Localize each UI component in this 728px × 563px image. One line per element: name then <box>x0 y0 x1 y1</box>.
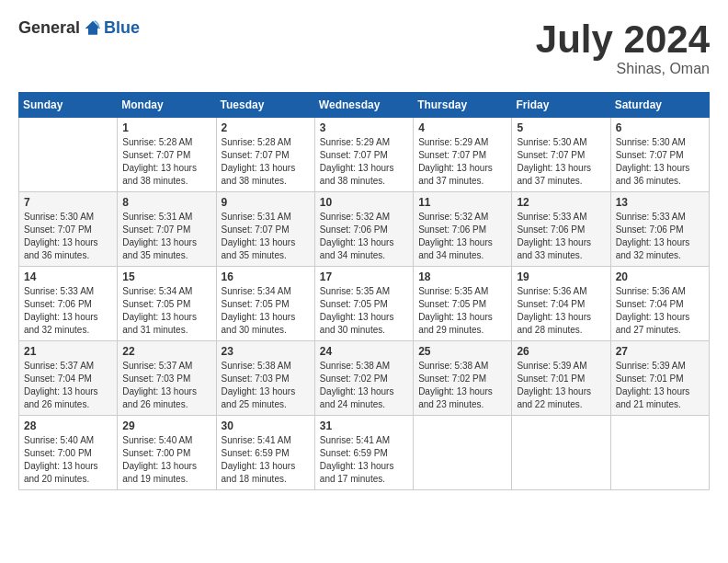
column-header-saturday: Saturday <box>610 93 709 118</box>
day-number: 19 <box>517 270 605 283</box>
calendar-week-row: 21Sunrise: 5:37 AMSunset: 7:04 PMDayligh… <box>19 341 710 416</box>
calendar-cell: 27Sunrise: 5:39 AMSunset: 7:01 PMDayligh… <box>610 341 709 416</box>
logo-icon <box>84 19 102 38</box>
day-number: 7 <box>24 196 112 209</box>
day-number: 13 <box>616 196 704 209</box>
calendar-header-row: SundayMondayTuesdayWednesdayThursdayFrid… <box>19 93 710 118</box>
title-area: July 2024 Shinas, Oman <box>536 18 710 77</box>
day-info: Sunrise: 5:29 AMSunset: 7:07 PMDaylight:… <box>418 136 506 188</box>
day-number: 1 <box>122 121 210 134</box>
calendar-cell: 4Sunrise: 5:29 AMSunset: 7:07 PMDaylight… <box>414 118 512 192</box>
day-number: 15 <box>122 270 210 283</box>
calendar-cell: 1Sunrise: 5:28 AMSunset: 7:07 PMDaylight… <box>118 118 216 192</box>
day-info: Sunrise: 5:38 AMSunset: 7:02 PMDaylight:… <box>320 360 408 411</box>
calendar-cell: 2Sunrise: 5:28 AMSunset: 7:07 PMDaylight… <box>216 118 314 192</box>
day-info: Sunrise: 5:41 AMSunset: 6:59 PMDaylight:… <box>222 434 310 486</box>
calendar-table: SundayMondayTuesdayWednesdayThursdayFrid… <box>18 92 710 490</box>
calendar-cell: 9Sunrise: 5:31 AMSunset: 7:07 PMDaylight… <box>216 192 314 267</box>
location-subtitle: Shinas, Oman <box>536 61 710 77</box>
day-info: Sunrise: 5:37 AMSunset: 7:03 PMDaylight:… <box>122 360 210 411</box>
column-header-sunday: Sunday <box>19 93 118 118</box>
calendar-cell: 16Sunrise: 5:34 AMSunset: 7:05 PMDayligh… <box>216 267 314 341</box>
day-number: 25 <box>418 345 506 358</box>
day-info: Sunrise: 5:35 AMSunset: 7:05 PMDaylight:… <box>418 285 506 337</box>
day-number: 23 <box>222 345 310 358</box>
calendar-cell <box>19 118 118 192</box>
calendar-cell <box>414 416 512 490</box>
day-info: Sunrise: 5:39 AMSunset: 7:01 PMDaylight:… <box>616 360 704 411</box>
calendar-cell: 17Sunrise: 5:35 AMSunset: 7:05 PMDayligh… <box>314 267 413 341</box>
calendar-cell: 8Sunrise: 5:31 AMSunset: 7:07 PMDaylight… <box>118 192 216 267</box>
logo-blue-text: Blue <box>104 18 140 38</box>
day-number: 30 <box>222 419 310 432</box>
month-title: July 2024 <box>536 18 710 61</box>
day-number: 10 <box>320 196 408 209</box>
day-info: Sunrise: 5:41 AMSunset: 6:59 PMDaylight:… <box>320 434 408 486</box>
calendar-cell: 20Sunrise: 5:36 AMSunset: 7:04 PMDayligh… <box>610 267 709 341</box>
calendar-cell: 12Sunrise: 5:33 AMSunset: 7:06 PMDayligh… <box>512 192 610 267</box>
day-number: 21 <box>24 345 112 358</box>
day-info: Sunrise: 5:40 AMSunset: 7:00 PMDaylight:… <box>24 434 112 486</box>
day-info: Sunrise: 5:28 AMSunset: 7:07 PMDaylight:… <box>122 136 210 188</box>
day-number: 18 <box>418 270 506 283</box>
day-number: 4 <box>418 121 506 134</box>
calendar-cell: 25Sunrise: 5:38 AMSunset: 7:02 PMDayligh… <box>414 341 512 416</box>
day-info: Sunrise: 5:34 AMSunset: 7:05 PMDaylight:… <box>222 285 310 337</box>
calendar-cell: 19Sunrise: 5:36 AMSunset: 7:04 PMDayligh… <box>512 267 610 341</box>
calendar-cell: 26Sunrise: 5:39 AMSunset: 7:01 PMDayligh… <box>512 341 610 416</box>
calendar-cell: 31Sunrise: 5:41 AMSunset: 6:59 PMDayligh… <box>314 416 413 490</box>
day-number: 9 <box>222 196 310 209</box>
day-info: Sunrise: 5:32 AMSunset: 7:06 PMDaylight:… <box>320 211 408 262</box>
day-number: 17 <box>320 270 408 283</box>
day-info: Sunrise: 5:32 AMSunset: 7:06 PMDaylight:… <box>418 211 506 262</box>
day-info: Sunrise: 5:38 AMSunset: 7:02 PMDaylight:… <box>418 360 506 411</box>
calendar-week-row: 14Sunrise: 5:33 AMSunset: 7:06 PMDayligh… <box>19 267 710 341</box>
calendar-cell: 15Sunrise: 5:34 AMSunset: 7:05 PMDayligh… <box>118 267 216 341</box>
calendar-week-row: 1Sunrise: 5:28 AMSunset: 7:07 PMDaylight… <box>19 118 710 192</box>
column-header-tuesday: Tuesday <box>216 93 314 118</box>
page-header: General Blue July 2024 Shinas, Oman <box>18 18 710 77</box>
day-number: 12 <box>517 196 605 209</box>
day-number: 31 <box>320 419 408 432</box>
day-number: 29 <box>122 419 210 432</box>
day-number: 24 <box>320 345 408 358</box>
logo-general-text: General <box>18 18 80 38</box>
calendar-cell: 29Sunrise: 5:40 AMSunset: 7:00 PMDayligh… <box>118 416 216 490</box>
day-info: Sunrise: 5:37 AMSunset: 7:04 PMDaylight:… <box>24 360 112 411</box>
day-number: 16 <box>222 270 310 283</box>
calendar-cell: 14Sunrise: 5:33 AMSunset: 7:06 PMDayligh… <box>19 267 118 341</box>
calendar-cell: 10Sunrise: 5:32 AMSunset: 7:06 PMDayligh… <box>314 192 413 267</box>
day-info: Sunrise: 5:33 AMSunset: 7:06 PMDaylight:… <box>517 211 605 262</box>
calendar-week-row: 28Sunrise: 5:40 AMSunset: 7:00 PMDayligh… <box>19 416 710 490</box>
calendar-cell: 13Sunrise: 5:33 AMSunset: 7:06 PMDayligh… <box>610 192 709 267</box>
calendar-cell: 11Sunrise: 5:32 AMSunset: 7:06 PMDayligh… <box>414 192 512 267</box>
day-number: 14 <box>24 270 112 283</box>
day-number: 27 <box>616 345 704 358</box>
calendar-cell: 28Sunrise: 5:40 AMSunset: 7:00 PMDayligh… <box>19 416 118 490</box>
day-info: Sunrise: 5:33 AMSunset: 7:06 PMDaylight:… <box>616 211 704 262</box>
day-info: Sunrise: 5:30 AMSunset: 7:07 PMDaylight:… <box>24 211 112 262</box>
calendar-week-row: 7Sunrise: 5:30 AMSunset: 7:07 PMDaylight… <box>19 192 710 267</box>
calendar-cell: 23Sunrise: 5:38 AMSunset: 7:03 PMDayligh… <box>216 341 314 416</box>
column-header-thursday: Thursday <box>414 93 512 118</box>
day-number: 2 <box>222 121 310 134</box>
day-number: 22 <box>122 345 210 358</box>
day-info: Sunrise: 5:40 AMSunset: 7:00 PMDaylight:… <box>122 434 210 486</box>
logo: General Blue <box>18 18 140 38</box>
calendar-cell <box>610 416 709 490</box>
day-info: Sunrise: 5:36 AMSunset: 7:04 PMDaylight:… <box>616 285 704 337</box>
day-number: 28 <box>24 419 112 432</box>
day-info: Sunrise: 5:36 AMSunset: 7:04 PMDaylight:… <box>517 285 605 337</box>
day-info: Sunrise: 5:33 AMSunset: 7:06 PMDaylight:… <box>24 285 112 337</box>
calendar-cell <box>512 416 610 490</box>
day-number: 26 <box>517 345 605 358</box>
day-number: 3 <box>320 121 408 134</box>
day-number: 5 <box>517 121 605 134</box>
day-info: Sunrise: 5:31 AMSunset: 7:07 PMDaylight:… <box>122 211 210 262</box>
calendar-cell: 3Sunrise: 5:29 AMSunset: 7:07 PMDaylight… <box>314 118 413 192</box>
day-info: Sunrise: 5:30 AMSunset: 7:07 PMDaylight:… <box>616 136 704 188</box>
calendar-cell: 7Sunrise: 5:30 AMSunset: 7:07 PMDaylight… <box>19 192 118 267</box>
calendar-cell: 6Sunrise: 5:30 AMSunset: 7:07 PMDaylight… <box>610 118 709 192</box>
day-number: 6 <box>616 121 704 134</box>
calendar-cell: 5Sunrise: 5:30 AMSunset: 7:07 PMDaylight… <box>512 118 610 192</box>
